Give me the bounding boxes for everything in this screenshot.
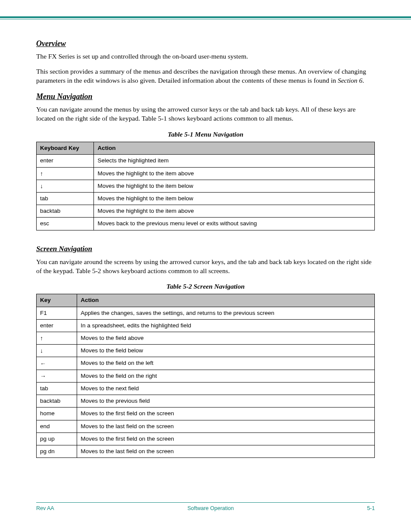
t1-r2-act: Moves the highlight to the item below [94, 180, 375, 192]
table-row: →Moves to the field on the right [37, 370, 375, 382]
t2-r0-key: F1 [37, 307, 77, 319]
table-row: tabMoves to the next field [37, 382, 375, 395]
table-row: endMoves to the last field on the screen [37, 420, 375, 432]
table-row: pg dnMoves to the last field on the scre… [37, 445, 375, 457]
table2-caption: Table 5-2 Screen Navigation [36, 282, 375, 291]
heading-menu-nav: Menu Navigation [36, 91, 375, 102]
t2-r7-key: backtab [37, 395, 77, 408]
table-row: ↑Moves to the field above [37, 332, 375, 345]
t2-head-action: Action [77, 294, 375, 307]
t2-r6-act: Moves to the next field [77, 382, 375, 395]
top-rule-thick [0, 16, 411, 18]
t1-r0-act: Selects the highlighted item [94, 155, 375, 167]
heading-overview: Overview [36, 38, 375, 49]
t2-r6-key: tab [37, 382, 77, 395]
t2-r1-act: In a spreadsheet, edits the highlighted … [77, 319, 375, 332]
screen-nav-p1: You can navigate around the screens by u… [36, 258, 375, 276]
t2-r8-key: home [37, 408, 77, 420]
page-footer: Rev AA Software Operation 5-1 [0, 502, 411, 511]
t1-r0-key: enter [37, 155, 94, 167]
t1-r5-key: esc [37, 218, 94, 230]
t1-r1-act: Moves the highlight to the item above [94, 167, 375, 180]
t2-r8-act: Moves to the first field on the screen [77, 408, 375, 420]
arrow-up-icon: ↑ [37, 167, 94, 180]
t1-r5-act: Moves back to the previous menu level or… [94, 218, 375, 230]
overview-p2: This section provides a summary of the m… [36, 67, 375, 85]
overview-p2-link: Section 6 [338, 77, 362, 84]
table-row: F1Applies the changes, saves the setting… [37, 307, 375, 319]
overview-p1: The FX Series is set up and controlled t… [36, 52, 375, 61]
t2-r9-act: Moves to the last field on the screen [77, 420, 375, 432]
table-row: escMoves back to the previous menu level… [37, 218, 375, 230]
table-menu-navigation: Keyboard Key Action enterSelects the hig… [36, 142, 375, 230]
table-row: ↓Moves to the field below [37, 345, 375, 357]
t1-r4-key: backtab [37, 205, 94, 218]
t2-r1-key: enter [37, 319, 77, 332]
t2-r11-key: pg dn [37, 445, 77, 457]
t2-r2-act: Moves to the field above [77, 332, 375, 345]
table-row: tabMoves the highlight to the item below [37, 193, 375, 205]
table1-caption: Table 5-1 Menu Navigation [36, 130, 375, 139]
footer-left: Rev AA [36, 505, 54, 511]
t2-r9-key: end [37, 420, 77, 432]
overview-p2-b: . [362, 77, 364, 84]
table-row: homeMoves to the first field on the scre… [37, 408, 375, 420]
heading-screen-nav: Screen Navigation [36, 244, 375, 254]
arrow-left-icon: ← [37, 357, 77, 370]
table-row: backtabMoves to the previous field [37, 395, 375, 408]
page-content: Overview The FX Series is set up and con… [0, 19, 411, 458]
arrow-down-icon: ↓ [37, 180, 94, 192]
t2-r11-act: Moves to the last field on the screen [77, 445, 375, 457]
t1-r3-key: tab [37, 193, 94, 205]
arrow-up-icon: ↑ [37, 332, 77, 345]
t2-r5-act: Moves to the field on the right [77, 370, 375, 382]
t2-r3-act: Moves to the field below [77, 345, 375, 357]
t1-head-action: Action [94, 142, 375, 155]
footer-right: 5-1 [367, 505, 375, 511]
t1-head-key: Keyboard Key [37, 142, 94, 155]
t2-r0-act: Applies the changes, saves the settings,… [77, 307, 375, 319]
table-row: pg upMoves to the first field on the scr… [37, 432, 375, 445]
menu-nav-p1: You can navigate around the menus by usi… [36, 105, 375, 123]
t1-r3-act: Moves the highlight to the item below [94, 193, 375, 205]
t2-head-key: Key [37, 294, 77, 307]
table-row: enterIn a spreadsheet, edits the highlig… [37, 319, 375, 332]
table-row: ↓Moves the highlight to the item below [37, 180, 375, 192]
table-row: ←Moves to the field on the left [37, 357, 375, 370]
arrow-down-icon: ↓ [37, 345, 77, 357]
table-screen-navigation: Key Action F1Applies the changes, saves … [36, 294, 375, 458]
table-row: ↑Moves the highlight to the item above [37, 167, 375, 180]
table-row: enterSelects the highlighted item [37, 155, 375, 167]
t1-r4-act: Moves the highlight to the item above [94, 205, 375, 218]
arrow-right-icon: → [37, 370, 77, 382]
t2-r4-act: Moves to the field on the left [77, 357, 375, 370]
t2-r10-key: pg up [37, 432, 77, 445]
overview-p2-a: This section provides a summary of the m… [36, 68, 366, 84]
t2-r7-act: Moves to the previous field [77, 395, 375, 408]
footer-rule [36, 502, 375, 503]
table-row: backtabMoves the highlight to the item a… [37, 205, 375, 218]
t2-r10-act: Moves to the first field on the screen [77, 432, 375, 445]
footer-center: Software Operation [187, 505, 234, 511]
